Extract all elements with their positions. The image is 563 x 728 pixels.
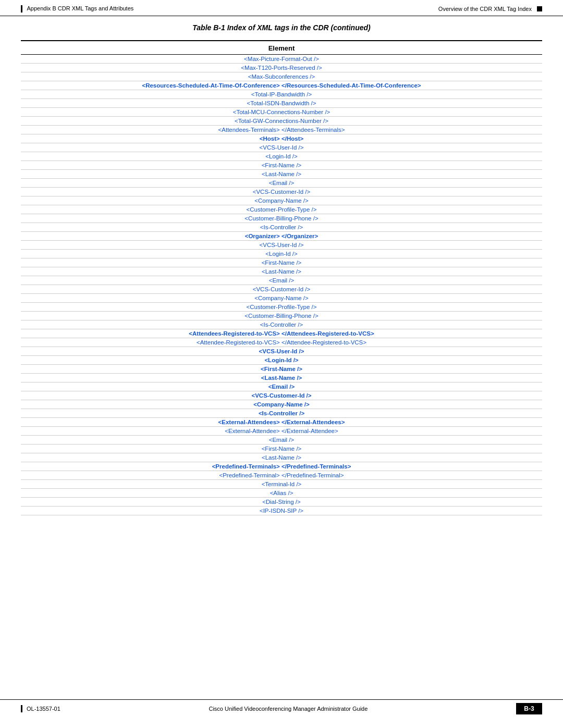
- element-tag-text[interactable]: <Customer-Billing-Phone />: [244, 215, 318, 221]
- element-tag-text[interactable]: <Alias />: [270, 490, 293, 496]
- element-cell: <Login-Id />: [21, 250, 542, 258]
- element-tag-text[interactable]: <First-Name />: [262, 162, 302, 168]
- element-tag-text[interactable]: <Organizer> </Organizer>: [245, 233, 319, 239]
- table-row: <First-Name />: [21, 161, 542, 170]
- element-tag-text[interactable]: <Is-Controller />: [259, 410, 304, 416]
- element-cell: <VCS-User-Id />: [21, 347, 542, 356]
- element-tag-text[interactable]: <Attendees-Terminals> </Attendees-Termin…: [218, 127, 345, 133]
- element-tag-text[interactable]: <Last-Name />: [262, 171, 301, 177]
- table-row: <Customer-Profile-Type />: [21, 303, 542, 312]
- table-header-row: Element: [21, 41, 542, 55]
- element-tag-text[interactable]: <External-Attendee> </External-Attendee>: [225, 428, 338, 434]
- element-cell: <Company-Name />: [21, 400, 542, 409]
- table-row: <Login-Id />: [21, 152, 542, 161]
- table-row: <Total-IP-Bandwidth />: [21, 90, 542, 99]
- header-right-text: Overview of the CDR XML Tag Index: [438, 6, 532, 12]
- element-tag-text[interactable]: <Dial-String />: [262, 499, 301, 505]
- element-tag-text[interactable]: <External-Attendees> </External-Attendee…: [218, 419, 345, 425]
- table-row: <Company-Name />: [21, 400, 542, 409]
- element-tag-text[interactable]: <Company-Name />: [254, 295, 309, 301]
- table-row: <Customer-Profile-Type />: [21, 205, 542, 214]
- element-tag-text[interactable]: <Last-Name />: [262, 454, 301, 461]
- header-left-text: Appendix B CDR XML Tags and Attributes: [27, 5, 133, 11]
- element-tag-text[interactable]: <Host> </Host>: [260, 135, 303, 142]
- footer-left: OL-13557-01: [21, 705, 60, 712]
- element-tag-text[interactable]: <Attendee-Registered-to-VCS> </Attendee-…: [197, 339, 366, 346]
- element-tag-text[interactable]: <IP-ISDN-SIP />: [260, 508, 303, 514]
- table-row: <Is-Controller />: [21, 223, 542, 232]
- element-tag-text[interactable]: <Last-Name />: [262, 268, 301, 275]
- table-row: <Company-Name />: [21, 294, 542, 303]
- header-left: Appendix B CDR XML Tags and Attributes: [21, 5, 133, 13]
- element-tag-text[interactable]: <VCS-Customer-Id />: [253, 189, 311, 195]
- element-cell: <First-Name />: [21, 161, 542, 170]
- element-tag-text[interactable]: <Email />: [268, 384, 295, 390]
- element-tag-text[interactable]: <Total-ISDN-Bandwidth />: [247, 100, 316, 106]
- element-cell: <Total-IP-Bandwidth />: [21, 90, 542, 99]
- element-cell: <VCS-User-Id />: [21, 143, 542, 152]
- element-tag-text[interactable]: <Is-Controller />: [260, 322, 303, 328]
- element-cell: <Max-Subconferences />: [21, 72, 542, 81]
- table-row: <Attendees-Terminals> </Attendees-Termin…: [21, 126, 542, 134]
- page: Appendix B CDR XML Tags and Attributes O…: [0, 0, 563, 728]
- element-tag-text[interactable]: <Company-Name />: [254, 198, 309, 204]
- table-row: <Company-Name />: [21, 196, 542, 205]
- element-cell: <Dial-String />: [21, 498, 542, 507]
- element-tag-text[interactable]: <Customer-Profile-Type />: [247, 206, 317, 213]
- element-tag-text[interactable]: <Max-T120-Ports-Reserved />: [241, 65, 322, 71]
- element-cell: <External-Attendee> </External-Attendee>: [21, 427, 542, 436]
- table-title: Table B-1 Index of XML tags in the CDR (…: [21, 23, 542, 32]
- element-tag-text[interactable]: <Attendees-Registered-to-VCS> </Attendee…: [189, 330, 374, 337]
- element-tag-text[interactable]: <First-Name />: [262, 260, 302, 266]
- element-tag-text[interactable]: <Login-Id />: [265, 251, 297, 257]
- element-tag-text[interactable]: <Max-Picture-Format-Out />: [244, 56, 319, 62]
- element-tag-text[interactable]: <Login-Id />: [265, 153, 297, 159]
- element-cell: <Email />: [21, 382, 542, 391]
- element-tag-text[interactable]: <Predefined-Terminals> </Predefined-Term…: [212, 463, 351, 470]
- element-tag-text[interactable]: <VCS-Customer-Id />: [251, 392, 311, 399]
- element-tag-text[interactable]: <Terminal-Id />: [262, 481, 302, 487]
- footer-center: Cisco Unified Videoconferencing Manager …: [60, 706, 516, 712]
- footer-pipe: [21, 705, 22, 712]
- element-cell: <First-Name />: [21, 258, 542, 267]
- element-cell: <Last-Name />: [21, 453, 542, 462]
- element-tag-text[interactable]: <First-Name />: [262, 446, 302, 452]
- element-cell: <Attendees-Terminals> </Attendees-Termin…: [21, 126, 542, 134]
- element-cell: <Organizer> </Organizer>: [21, 232, 542, 241]
- element-cell: <Email />: [21, 179, 542, 188]
- element-tag-text[interactable]: <Email />: [269, 277, 295, 283]
- element-tag-text[interactable]: <Last-Name />: [261, 375, 302, 381]
- table-row: <Total-ISDN-Bandwidth />: [21, 99, 542, 108]
- element-cell: <Alias />: [21, 489, 542, 498]
- element-tag-text[interactable]: <VCS-Customer-Id />: [253, 286, 311, 292]
- element-tag-text[interactable]: <VCS-User-Id />: [260, 242, 304, 248]
- element-tag-text[interactable]: <Email />: [269, 437, 295, 443]
- element-tag-text[interactable]: <Login-Id />: [264, 357, 298, 363]
- table-row: <Predefined-Terminal> </Predefined-Termi…: [21, 471, 542, 480]
- table-row: <VCS-Customer-Id />: [21, 391, 542, 400]
- page-footer: OL-13557-01 Cisco Unified Videoconferenc…: [0, 699, 563, 718]
- element-tag-text[interactable]: <Total-GW-Connections-Number />: [235, 118, 328, 124]
- table-row: <Host> </Host>: [21, 134, 542, 143]
- element-tag-text[interactable]: <Email />: [269, 180, 295, 186]
- element-tag-text[interactable]: <Predefined-Terminal> </Predefined-Termi…: [219, 472, 344, 478]
- element-tag-text[interactable]: <Total-IP-Bandwidth />: [251, 91, 312, 97]
- element-tag-text[interactable]: <Customer-Billing-Phone />: [244, 313, 318, 319]
- element-cell: <Total-ISDN-Bandwidth />: [21, 99, 542, 108]
- element-tag-text[interactable]: <Total-MCU-Connections-Number />: [233, 109, 331, 115]
- element-tag-text[interactable]: <Max-Subconferences />: [248, 73, 315, 80]
- table-row: <Is-Controller />: [21, 320, 542, 329]
- element-tag-text[interactable]: <VCS-User-Id />: [260, 144, 304, 151]
- element-cell: <Max-T120-Ports-Reserved />: [21, 64, 542, 72]
- element-tag-text[interactable]: <Is-Controller />: [260, 224, 303, 230]
- element-cell: <VCS-Customer-Id />: [21, 188, 542, 196]
- element-tag-text[interactable]: <Resources-Scheduled-At-Time-Of-Conferen…: [142, 82, 421, 89]
- footer-right-badge: B-3: [516, 703, 542, 714]
- element-tag-text[interactable]: <Company-Name />: [253, 401, 309, 408]
- element-tag-text[interactable]: <VCS-User-Id />: [259, 348, 304, 354]
- table-row: <Total-GW-Connections-Number />: [21, 117, 542, 126]
- element-tag-text[interactable]: <First-Name />: [261, 366, 302, 372]
- element-cell: <VCS-User-Id />: [21, 241, 542, 250]
- table-row: <Login-Id />: [21, 356, 542, 365]
- element-tag-text[interactable]: <Customer-Profile-Type />: [247, 304, 317, 310]
